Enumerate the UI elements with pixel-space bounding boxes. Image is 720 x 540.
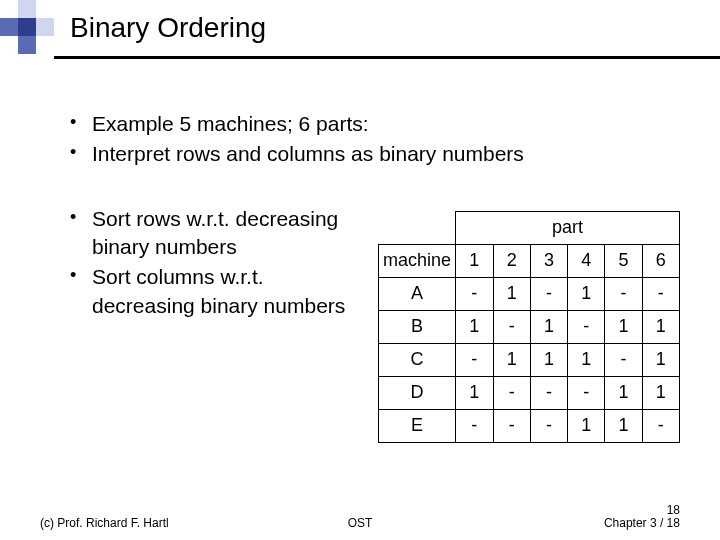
table-row: B 1 - 1 - 1 1 [379,310,680,343]
cell: 1 [642,376,679,409]
row-label: E [379,409,456,442]
bullet: Interpret rows and columns as binary num… [70,140,680,168]
cell: 1 [493,343,530,376]
cell: - [456,343,493,376]
table-row: E - - - 1 1 - [379,409,680,442]
cell: 1 [568,277,605,310]
cell: 1 [642,310,679,343]
footer-center: OST [253,516,466,530]
table-row: D 1 - - - 1 1 [379,376,680,409]
cell: - [605,277,642,310]
row-label: C [379,343,456,376]
cell: - [530,409,567,442]
cell: - [456,277,493,310]
row-label: D [379,376,456,409]
cell: 1 [456,310,493,343]
parts-group-header: part [456,211,680,244]
slide-footer: (c) Prof. Richard F. Hartl OST 18 Chapte… [0,504,720,530]
cell: 1 [568,343,605,376]
cell: - [456,409,493,442]
lower-bullets: Sort rows w.r.t. decreasing binary numbe… [70,205,360,320]
cell: - [493,409,530,442]
cell: 1 [642,343,679,376]
cell: 1 [530,343,567,376]
cell: - [493,376,530,409]
footer-right: 18 Chapter 3 / 18 [467,504,680,530]
table-row: C - 1 1 1 - 1 [379,343,680,376]
col-header: 2 [493,244,530,277]
title-bar: Binary Ordering [54,0,720,59]
bullet: Sort columns w.r.t. decreasing binary nu… [70,263,360,320]
col-header: 5 [605,244,642,277]
row-label: B [379,310,456,343]
bullet: Example 5 machines; 6 parts: [70,110,680,138]
cell: 1 [493,277,530,310]
cell: 1 [530,310,567,343]
cell: - [530,376,567,409]
table-corner [379,211,456,244]
top-bullets: Example 5 machines; 6 parts: Interpret r… [70,110,680,169]
cell: 1 [605,409,642,442]
cell: - [493,310,530,343]
col-header: 3 [530,244,567,277]
footer-left: (c) Prof. Richard F. Hartl [40,516,253,530]
row-dimension-header: machine [379,244,456,277]
row-label: A [379,277,456,310]
cell: - [605,343,642,376]
cell: 1 [605,310,642,343]
cell: - [568,376,605,409]
slide-title: Binary Ordering [70,12,266,44]
bullet: Sort rows w.r.t. decreasing binary numbe… [70,205,360,262]
cell: 1 [568,409,605,442]
col-header: 4 [568,244,605,277]
cell: 1 [456,376,493,409]
cell: - [568,310,605,343]
table-row: A - 1 - 1 - - [379,277,680,310]
cell: - [530,277,567,310]
cell: - [642,277,679,310]
col-header: 1 [456,244,493,277]
col-header: 6 [642,244,679,277]
slide-content: Example 5 machines; 6 parts: Interpret r… [0,80,720,500]
chapter-label: Chapter 3 / 18 [604,516,680,530]
cell: - [642,409,679,442]
corner-decoration [0,0,54,54]
machine-part-table: part machine 1 2 3 4 5 6 A - 1 - 1 [378,211,680,443]
cell: 1 [605,376,642,409]
